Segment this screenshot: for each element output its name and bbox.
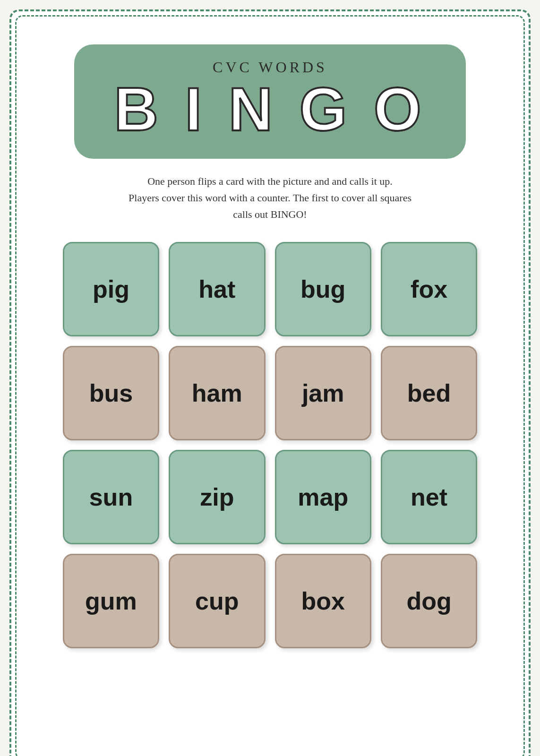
bingo-letter-g: G [299, 78, 351, 140]
cell-zip[interactable]: zip [169, 450, 265, 544]
cell-bus[interactable]: bus [63, 346, 159, 440]
instruction-line3: calls out BINGO! [233, 208, 307, 220]
subtitle: CVC WORDS [213, 59, 327, 76]
bingo-grid: pig hat bug fox bus ham jam bed sun zip … [63, 242, 478, 648]
cell-ham[interactable]: ham [169, 346, 265, 440]
instructions-text: One person flips a card with the picture… [129, 173, 411, 223]
cell-map[interactable]: map [275, 450, 371, 544]
main-title: B I N G O [114, 78, 426, 140]
cell-gum[interactable]: gum [63, 554, 159, 648]
cell-fox[interactable]: fox [381, 242, 477, 336]
cell-bug[interactable]: bug [275, 242, 371, 336]
cell-sun[interactable]: sun [63, 450, 159, 544]
cell-jam[interactable]: jam [275, 346, 371, 440]
cell-box[interactable]: box [275, 554, 371, 648]
cell-cup[interactable]: cup [169, 554, 265, 648]
cell-net[interactable]: net [381, 450, 477, 544]
bingo-letter-b: B [114, 78, 163, 140]
cell-pig[interactable]: pig [63, 242, 159, 336]
cell-hat[interactable]: hat [169, 242, 265, 336]
bingo-page: CVC WORDS B I N G O One person flips a c… [9, 9, 531, 756]
bingo-letter-o: O [374, 78, 426, 140]
bingo-letter-i: I [185, 78, 206, 140]
bingo-letter-n: N [228, 78, 277, 140]
cell-bed[interactable]: bed [381, 346, 477, 440]
header-banner: CVC WORDS B I N G O [74, 44, 466, 159]
cell-dog[interactable]: dog [381, 554, 477, 648]
instruction-line2: Players cover this word with a counter. … [129, 192, 411, 204]
instruction-line1: One person flips a card with the picture… [147, 175, 393, 187]
